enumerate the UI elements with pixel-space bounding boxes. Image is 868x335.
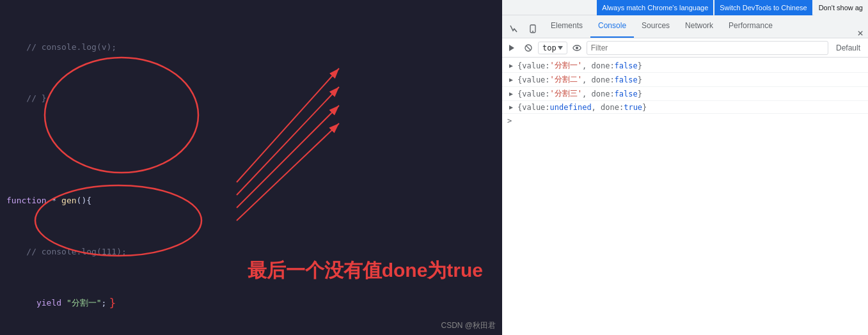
code-line: // } xyxy=(0,92,502,105)
entry3-close: } xyxy=(638,90,642,98)
code-text: // } xyxy=(6,92,47,105)
code-line: function * gen (){ xyxy=(0,194,502,207)
devtools-panel: Always match Chrome's language Switch De… xyxy=(502,0,868,335)
run-icon[interactable] xyxy=(505,41,519,55)
console-prompt: > xyxy=(502,114,868,128)
code-text: // console.log(v); xyxy=(6,41,116,54)
code-line xyxy=(0,143,502,156)
entry1-close: } xyxy=(638,61,642,70)
entry1-value: '分割一' xyxy=(550,60,582,71)
code-line: yield "分割一" ; } xyxy=(0,297,502,309)
tab-elements[interactable]: Elements xyxy=(543,15,590,38)
entry2-value: '分割二' xyxy=(550,74,582,85)
left-section: // console.log(v); // } function * gen (… xyxy=(0,0,502,335)
console-toolbar: top Default xyxy=(502,38,868,58)
eye-icon[interactable] xyxy=(570,41,584,55)
console-entry-4[interactable]: ▶ {value: undefined , done: true } xyxy=(502,101,868,114)
expand-arrow-2[interactable]: ▶ xyxy=(507,76,515,84)
watermark: CSDN @秋田君 xyxy=(441,320,496,331)
code-text: (){ xyxy=(77,194,91,207)
context-selector[interactable]: top xyxy=(538,42,567,54)
code-text: "分割一" xyxy=(67,297,102,309)
console-entry-2[interactable]: ▶ {value: '分割二' , done: false } xyxy=(502,73,868,87)
entry4-close: } xyxy=(642,103,647,112)
code-text: * xyxy=(47,194,61,207)
dont-show-button[interactable]: Don't show ag xyxy=(814,0,868,15)
entry2-done: false xyxy=(615,75,638,84)
entry2-open: {value: xyxy=(517,75,550,84)
code-line: // console.log(111); xyxy=(0,245,502,258)
entry4-open: {value: xyxy=(517,103,550,112)
entry3-value: '分割三' xyxy=(550,88,582,99)
code-text xyxy=(61,297,67,309)
devtools-topbar: Always match Chrome's language Switch De… xyxy=(502,0,868,15)
page-wrapper: // console.log(v); // } function * gen (… xyxy=(0,0,868,335)
entry1-sep: , done: xyxy=(582,61,615,70)
default-level-button[interactable]: Default xyxy=(831,42,865,54)
console-entry-3[interactable]: ▶ {value: '分割三' , done: false } xyxy=(502,87,868,101)
entry4-done: true xyxy=(624,103,642,112)
inspect-icon[interactable] xyxy=(505,20,523,38)
context-label: top xyxy=(542,43,556,52)
devtools-tabbar: Elements Console Sources Network Perform… xyxy=(502,15,868,38)
tab-sources[interactable]: Sources xyxy=(634,15,677,38)
mobile-icon[interactable] xyxy=(524,20,542,38)
entry3-open: {value: xyxy=(517,90,550,98)
code-content: // console.log(v); // } function * gen (… xyxy=(0,0,502,335)
tab-console[interactable]: Console xyxy=(590,15,634,38)
entry4-sep: , done: xyxy=(592,103,624,112)
expand-arrow-3[interactable]: ▶ xyxy=(507,90,515,98)
entry4-value: undefined xyxy=(550,103,592,112)
code-text: // console.log(111); xyxy=(6,245,127,258)
console-entry-1[interactable]: ▶ {value: '分割一' , done: false } xyxy=(502,59,868,73)
entry3-sep: , done: xyxy=(582,90,615,98)
filter-input[interactable] xyxy=(587,41,828,55)
chevron-down-icon xyxy=(558,46,563,50)
code-text: function xyxy=(6,194,47,207)
close-devtools-button[interactable]: × xyxy=(855,27,865,38)
svg-point-13 xyxy=(576,47,578,49)
entry2-close: } xyxy=(638,75,642,84)
code-text: yield xyxy=(36,297,61,309)
match-language-button[interactable]: Always match Chrome's language xyxy=(597,0,713,15)
entry3-done: false xyxy=(615,90,638,98)
expand-arrow-4[interactable]: ▶ xyxy=(507,104,515,111)
tab-performance[interactable]: Performance xyxy=(721,15,780,38)
entry1-done: false xyxy=(615,61,638,70)
code-text xyxy=(6,297,36,309)
expand-arrow-1[interactable]: ▶ xyxy=(507,62,515,70)
console-output: ▶ {value: '分割一' , done: false } ▶ {value… xyxy=(502,58,868,335)
clear-console-icon[interactable] xyxy=(521,41,535,55)
code-text: gen xyxy=(61,194,76,207)
switch-chinese-button[interactable]: Switch DevTools to Chinese xyxy=(714,0,812,15)
annotation-arrow: } xyxy=(109,297,116,309)
code-line: // console.log(v); xyxy=(0,41,502,54)
entry2-sep: , done: xyxy=(582,75,615,84)
code-text: ; xyxy=(102,297,107,309)
tab-network[interactable]: Network xyxy=(677,15,721,38)
entry1-open: {value: xyxy=(517,61,550,70)
svg-line-11 xyxy=(526,45,531,50)
svg-marker-9 xyxy=(509,45,514,51)
